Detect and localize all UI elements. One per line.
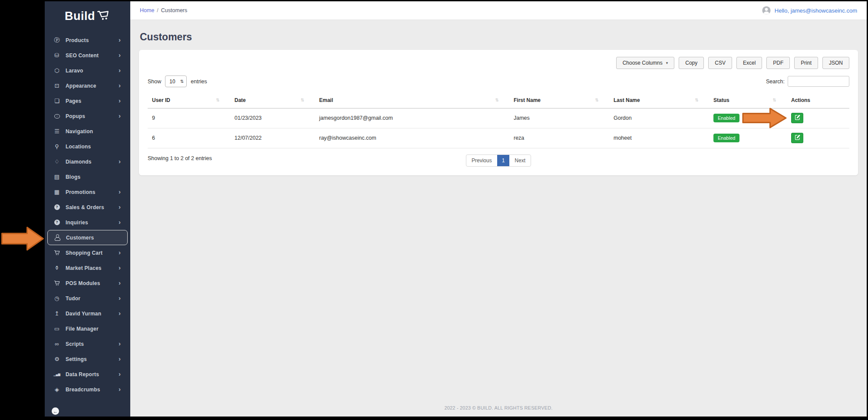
- column-header-last-name[interactable]: Last Name⇅: [609, 92, 709, 108]
- sidebar-item-scripts[interactable]: ∞Scripts›: [47, 336, 128, 351]
- chevron-right-icon: ›: [119, 158, 121, 165]
- app-window: Build ⓅProducts›⛁SEO Content›⬡Laravo›⊡Ap…: [45, 1, 867, 417]
- pos-modules-icon: [53, 280, 60, 286]
- chevron-right-icon: ›: [119, 355, 121, 363]
- export-copy-button[interactable]: Copy: [679, 57, 704, 69]
- topbar: Home/Customers Hello, james@ishowcaseinc…: [130, 1, 867, 20]
- sidebar-item-label: Shopping Cart: [66, 250, 102, 256]
- search-input[interactable]: [788, 76, 849, 87]
- export-excel-button[interactable]: Excel: [736, 57, 762, 69]
- edit-customer-button[interactable]: [791, 113, 803, 123]
- table-toolbar: Choose Columns ▾ CopyCSVExcelPDFPrintJSO…: [148, 57, 849, 69]
- chevron-right-icon: ›: [119, 52, 121, 59]
- column-header-email[interactable]: Email⇅: [315, 92, 509, 108]
- sidebar-item-seo-content[interactable]: ⛁SEO Content›: [47, 48, 128, 63]
- sidebar-item-breadcrumbs[interactable]: ◈Breadcrumbs›: [47, 382, 128, 397]
- cell-last-name: Gordon: [609, 108, 709, 128]
- breadcrumb-separator: /: [157, 7, 158, 13]
- sidebar-item-label: SEO Content: [66, 52, 99, 59]
- sidebar-item-market-places[interactable]: ⚱Market Places›: [47, 260, 128, 276]
- chevron-left-circle-icon: ←: [52, 407, 59, 415]
- market-places-icon: ⚱: [53, 265, 60, 271]
- sidebar-item-popups[interactable]: ···Popups›: [47, 108, 128, 124]
- sidebar-item-file-manager[interactable]: ▭File Manager: [47, 321, 128, 336]
- sidebar-item-tudor[interactable]: ◷Tudor›: [47, 291, 128, 306]
- column-header-date[interactable]: Date⇅: [230, 92, 315, 108]
- edit-customer-button[interactable]: [791, 133, 803, 143]
- export-csv-button[interactable]: CSV: [708, 57, 732, 69]
- chevron-right-icon: ›: [119, 97, 121, 105]
- content-area: Customers Choose Columns ▾ CopyCSVExcelP…: [130, 31, 867, 175]
- sidebar-item-appearance[interactable]: ⊡Appearance›: [47, 78, 128, 93]
- copyright-footer: 2022 - 2023 © BUILD. ALL RIGHTS RESERVED…: [130, 405, 867, 410]
- sidebar-item-navigation[interactable]: ☰Navigation: [47, 124, 128, 139]
- column-header-first-name[interactable]: First Name⇅: [509, 92, 609, 108]
- david-yurman-icon: ↥: [53, 310, 60, 317]
- chevron-right-icon: ›: [119, 203, 121, 211]
- column-label: Date: [234, 97, 246, 103]
- breadcrumbs-icon: ◈: [53, 386, 60, 393]
- build-logo[interactable]: Build: [45, 3, 130, 29]
- sidebar-item-label: Appearance: [66, 83, 96, 89]
- sidebar-item-inquiries[interactable]: ?Inquiries›: [47, 215, 128, 230]
- sidebar-item-laravo[interactable]: ⬡Laravo›: [47, 63, 128, 78]
- table-header: User ID⇅Date⇅Email⇅First Name⇅Last Name⇅…: [148, 92, 849, 108]
- laravo-icon: ⬡: [53, 67, 60, 74]
- chevron-right-icon: ›: [119, 249, 121, 256]
- pagination-next[interactable]: Next: [509, 155, 531, 166]
- cell-actions: [787, 128, 849, 148]
- export-print-button[interactable]: Print: [794, 57, 818, 69]
- user-menu[interactable]: Hello, james@ishowcaseinc.com: [762, 6, 857, 15]
- sidebar-item-blogs[interactable]: ▤Blogs: [47, 169, 128, 184]
- column-label: Email: [319, 97, 333, 103]
- sidebar-item-label: David Yurman: [66, 311, 101, 317]
- chevron-right-icon: ›: [119, 264, 121, 272]
- table-row: 901/23/2023jamesgordon1987@gmail.comJame…: [148, 108, 849, 128]
- status-badge: Enabled: [713, 134, 739, 142]
- chevron-right-icon: ›: [119, 112, 121, 120]
- column-label: Status: [713, 97, 729, 103]
- sidebar-item-label: Customers: [66, 235, 94, 241]
- sidebar-item-pages[interactable]: ❏Pages›: [47, 93, 128, 108]
- sidebar-item-customers[interactable]: Customers: [47, 230, 128, 245]
- export-pdf-button[interactable]: PDF: [766, 57, 790, 69]
- spinner-icon: ⇅: [180, 79, 184, 84]
- edit-pencil-icon: [795, 115, 800, 121]
- sidebar-item-label: Market Places: [66, 265, 102, 271]
- export-json-button[interactable]: JSON: [822, 57, 849, 69]
- sidebar-item-products[interactable]: ⓅProducts›: [47, 33, 128, 48]
- sidebar-item-promotions[interactable]: ▦Promotions›: [47, 184, 128, 200]
- table-body: 901/23/2023jamesgordon1987@gmail.comJame…: [148, 108, 849, 148]
- status-badge: Enabled: [713, 114, 739, 122]
- page-size-value: 10: [169, 79, 175, 85]
- sidebar-item-locations[interactable]: ⚲Locations: [47, 139, 128, 154]
- page-size-select[interactable]: 10 ⇅: [165, 75, 187, 87]
- settings-icon: ⚙: [53, 356, 60, 362]
- sidebar-item-pos-modules[interactable]: POS Modules›: [47, 276, 128, 291]
- column-header-user-id[interactable]: User ID⇅: [148, 92, 230, 108]
- column-header-status[interactable]: Status⇅: [709, 92, 787, 108]
- cell-user-id: 6: [148, 128, 230, 148]
- collapse-sidebar-button[interactable]: ←: [52, 407, 59, 415]
- diamonds-icon: ♢: [53, 158, 60, 165]
- sidebar-item-diamonds[interactable]: ♢Diamonds›: [47, 154, 128, 169]
- sidebar-item-david-yurman[interactable]: ↥David Yurman›: [47, 306, 128, 321]
- sidebar-item-shopping-cart[interactable]: Shopping Cart›: [47, 245, 128, 260]
- scripts-icon: ∞: [53, 341, 60, 347]
- choose-columns-button[interactable]: Choose Columns ▾: [616, 57, 675, 69]
- sidebar-item-sales-orders[interactable]: ?Sales & Orders›: [47, 200, 128, 215]
- pagination-page-1[interactable]: 1: [497, 155, 510, 166]
- pagination-previous[interactable]: Previous: [466, 155, 497, 166]
- sort-icon: ⇅: [773, 98, 782, 102]
- data-reports-icon: ▁▄▆: [53, 371, 60, 377]
- sidebar-item-data-reports[interactable]: ▁▄▆Data Reports›: [47, 367, 128, 382]
- cell-date: 12/07/2022: [230, 128, 315, 148]
- chevron-right-icon: ›: [119, 279, 121, 287]
- shopping-cart-icon: [53, 249, 60, 256]
- breadcrumb-home-link[interactable]: Home: [140, 7, 154, 13]
- breadcrumb-current: Customers: [161, 7, 187, 13]
- sidebar-item-settings[interactable]: ⚙Settings›: [47, 351, 128, 367]
- locations-icon: ⚲: [53, 143, 60, 150]
- search-label: Search:: [766, 79, 785, 85]
- chevron-right-icon: ›: [119, 67, 121, 74]
